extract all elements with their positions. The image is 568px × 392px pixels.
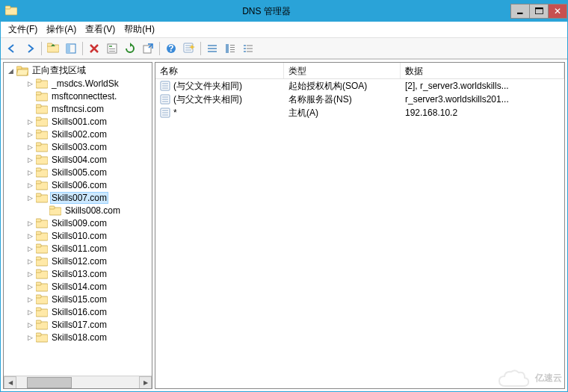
tree-item[interactable]: ▷Skills013.com <box>4 267 152 280</box>
menu-action[interactable]: 操作(A) <box>42 22 81 37</box>
folder-icon <box>36 91 48 102</box>
record-row[interactable]: (与父文件夹相同)起始授权机构(SOA)[2], r_server3.world… <box>155 79 564 93</box>
tree-item[interactable]: ▷_msdcs.WorldSk <box>4 77 152 90</box>
expand-icon[interactable]: ▷ <box>26 155 34 164</box>
delete-button[interactable] <box>86 40 102 57</box>
expand-icon[interactable]: ▷ <box>26 320 34 329</box>
svg-rect-28 <box>247 48 253 49</box>
tree-item[interactable]: ▷Skills004.com <box>4 153 152 166</box>
expand-icon[interactable]: ▷ <box>26 117 34 125</box>
titlebar: DNS 管理器 🗕 🗖 ✕ <box>1 1 567 22</box>
export-button[interactable] <box>140 40 156 57</box>
detail-button[interactable] <box>222 40 238 57</box>
properties-button[interactable] <box>104 40 120 57</box>
column-header-name[interactable]: 名称 <box>155 63 284 78</box>
horizontal-scrollbar[interactable]: ◀ ▶ <box>4 376 152 388</box>
tree-item[interactable]: ▷Skills016.com <box>4 305 152 318</box>
tree-item-label: Skills005.com <box>50 167 108 178</box>
tree-item-label: msftncsi.com <box>50 104 105 114</box>
tree-item-label: Skills017.com <box>50 320 108 330</box>
scroll-thumb[interactable] <box>27 377 72 388</box>
expand-icon[interactable]: ▷ <box>26 168 34 176</box>
cell-name: * <box>155 108 284 118</box>
folder-up-icon <box>47 43 59 55</box>
column-header-data[interactable]: 数据 <box>401 63 564 78</box>
toolbar-separator <box>82 42 83 55</box>
collapse-icon[interactable]: ◢ <box>7 66 15 75</box>
tree-item[interactable]: ▷Skills018.com <box>4 331 152 343</box>
cell-data: 192.168.10.2 <box>401 108 564 118</box>
expand-icon[interactable]: ▷ <box>26 282 34 290</box>
export-icon <box>142 43 154 55</box>
menu-help[interactable]: 帮助(H) <box>120 22 159 37</box>
tree-item[interactable]: ▷Skills007.com <box>4 191 152 204</box>
expand-icon[interactable]: ▷ <box>26 308 34 316</box>
scroll-track[interactable] <box>16 376 139 389</box>
expand-icon[interactable]: ▷ <box>26 79 34 87</box>
tree-item[interactable]: ▷Skills012.com <box>4 255 152 267</box>
expand-icon[interactable]: ▷ <box>26 244 34 252</box>
tree-item[interactable]: ▷Skills005.com <box>4 166 152 178</box>
tree-item-label: Skills008.com <box>64 205 122 216</box>
list-view-button[interactable] <box>240 40 256 57</box>
tree-item[interactable]: msftncsi.com <box>4 102 152 115</box>
expand-icon[interactable]: ▷ <box>26 231 34 240</box>
expand-icon[interactable]: ▷ <box>26 333 34 341</box>
tree-item[interactable]: ▷Skills003.com <box>4 140 152 153</box>
tree-item[interactable]: ▷Skills006.com <box>4 178 152 191</box>
expand-icon[interactable]: ▷ <box>26 257 34 265</box>
menu-file[interactable]: 文件(F) <box>4 22 42 37</box>
help-button[interactable]: ? <box>163 40 179 57</box>
scroll-right-button[interactable]: ▶ <box>139 376 152 389</box>
tree-item[interactable]: ▷Skills014.com <box>4 280 152 293</box>
tree-item[interactable]: ▷Skills010.com <box>4 229 152 242</box>
expand-icon[interactable]: ▷ <box>26 219 34 227</box>
new-record-button[interactable] <box>181 40 197 57</box>
app-icon <box>5 5 17 17</box>
record-row[interactable]: (与父文件夹相同)名称服务器(NS)r_server3.worldskills2… <box>155 93 564 106</box>
expand-icon[interactable]: ▷ <box>26 181 34 189</box>
tree-item[interactable]: ▷Skills011.com <box>4 242 152 255</box>
svg-text:?: ? <box>168 43 173 54</box>
tree-item[interactable]: ▷Skills009.com <box>4 217 152 229</box>
svg-rect-20 <box>226 44 229 53</box>
tree-item[interactable]: msftconnecttest. <box>4 90 152 102</box>
tree-item[interactable]: ▷Skills001.com <box>4 115 152 128</box>
up-button[interactable] <box>45 40 61 57</box>
folder-icon <box>36 256 48 267</box>
close-button[interactable]: ✕ <box>548 4 567 19</box>
expand-icon[interactable]: ▷ <box>26 143 34 151</box>
tree-item[interactable]: ▷Skills015.com <box>4 293 152 305</box>
svg-rect-12 <box>109 49 115 49</box>
list-body[interactable]: (与父文件夹相同)起始授权机构(SOA)[2], r_server3.world… <box>155 79 564 388</box>
menu-view[interactable]: 查看(V) <box>81 22 120 37</box>
svg-rect-13 <box>109 51 115 52</box>
tree-item[interactable]: ▷Skills002.com <box>4 128 152 140</box>
svg-rect-9 <box>67 44 70 53</box>
tree-scroll[interactable]: ◢ 正向查找区域 ▷_msdcs.WorldSkmsftconnecttest.… <box>4 63 152 376</box>
svg-rect-24 <box>230 52 235 52</box>
toolbar-separator <box>200 42 201 55</box>
maximize-button[interactable]: 🗖 <box>529 4 549 19</box>
cell-type: 起始授权机构(SOA) <box>284 80 401 93</box>
expand-icon[interactable]: ▷ <box>26 130 34 138</box>
refresh-button[interactable] <box>122 40 138 57</box>
tree-item[interactable]: ▷Skills017.com <box>4 318 152 331</box>
record-row[interactable]: *主机(A)192.168.10.2 <box>155 106 564 119</box>
expand-icon[interactable]: ▷ <box>26 270 34 278</box>
forward-button[interactable] <box>22 40 38 57</box>
show-hide-tree-button[interactable] <box>63 40 79 57</box>
filter-button[interactable] <box>204 40 220 57</box>
tree-pane: ◢ 正向查找区域 ▷_msdcs.WorldSkmsftconnecttest.… <box>3 62 152 389</box>
svg-rect-22 <box>230 47 235 48</box>
tree-item[interactable]: Skills008.com <box>4 204 152 217</box>
back-button[interactable] <box>4 40 20 57</box>
refresh-icon <box>124 43 136 55</box>
expand-icon[interactable]: ▷ <box>26 193 34 202</box>
minimize-button[interactable]: 🗕 <box>510 4 530 19</box>
tree-item-label: Skills016.com <box>50 307 108 317</box>
column-header-type[interactable]: 类型 <box>284 63 401 78</box>
expand-icon[interactable]: ▷ <box>26 295 34 303</box>
tree-root[interactable]: ◢ 正向查找区域 <box>4 64 152 77</box>
scroll-left-button[interactable]: ◀ <box>4 376 16 389</box>
